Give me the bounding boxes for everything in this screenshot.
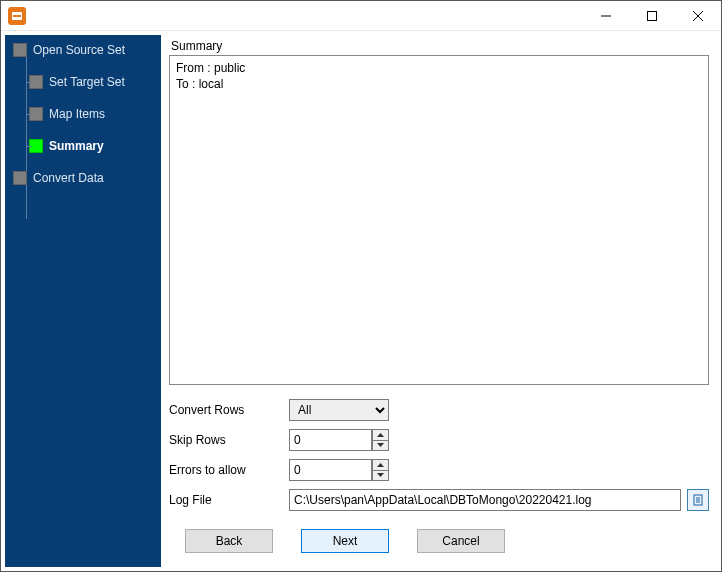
skip-rows-input[interactable]	[289, 429, 372, 451]
step-open-source-set[interactable]: Open Source Set	[13, 41, 161, 59]
app-window: Open Source Set Set Target Set Map Items…	[0, 0, 722, 572]
summary-textbox[interactable]: From : public To : local	[169, 55, 709, 385]
close-button[interactable]	[675, 1, 721, 31]
wizard-sidebar: Open Source Set Set Target Set Map Items…	[5, 35, 161, 567]
spin-down-icon[interactable]	[372, 440, 389, 452]
step-box-icon	[13, 171, 27, 185]
step-summary[interactable]: Summary	[29, 137, 161, 155]
svg-marker-6	[377, 463, 384, 467]
document-icon	[692, 494, 704, 506]
svg-marker-7	[377, 473, 384, 477]
step-map-items[interactable]: Map Items	[29, 105, 161, 123]
svg-rect-1	[648, 11, 657, 20]
window-body: Open Source Set Set Target Set Map Items…	[1, 31, 721, 571]
maximize-button[interactable]	[629, 1, 675, 31]
convert-rows-select[interactable]: All	[289, 399, 389, 421]
step-convert-data[interactable]: Convert Data	[13, 169, 161, 187]
spin-up-icon[interactable]	[372, 459, 389, 470]
wizard-buttons: Back Next Cancel	[169, 519, 709, 563]
errors-spinner[interactable]	[289, 459, 389, 481]
step-label: Set Target Set	[49, 75, 125, 89]
tree-line	[26, 55, 27, 219]
summary-group-label: Summary	[169, 39, 709, 53]
back-button[interactable]: Back	[185, 529, 273, 553]
errors-input[interactable]	[289, 459, 372, 481]
skip-rows-label: Skip Rows	[169, 433, 289, 447]
step-set-target-set[interactable]: Set Target Set	[29, 73, 161, 91]
cancel-button[interactable]: Cancel	[417, 529, 505, 553]
step-label: Convert Data	[33, 171, 104, 185]
step-label: Map Items	[49, 107, 105, 121]
options-form: Convert Rows All Skip Rows	[169, 399, 709, 519]
step-box-icon	[13, 43, 27, 57]
step-label: Summary	[49, 139, 104, 153]
main-panel: Summary From : public To : local Convert…	[161, 35, 717, 567]
row-errors-to-allow: Errors to allow	[169, 459, 709, 481]
step-label: Open Source Set	[33, 43, 125, 57]
errors-label: Errors to allow	[169, 463, 289, 477]
row-convert-rows: Convert Rows All	[169, 399, 709, 421]
spin-up-icon[interactable]	[372, 429, 389, 440]
row-log-file: Log File	[169, 489, 709, 511]
svg-marker-5	[377, 443, 384, 447]
convert-rows-label: Convert Rows	[169, 403, 289, 417]
minimize-button[interactable]	[583, 1, 629, 31]
browse-log-file-button[interactable]	[687, 489, 709, 511]
spin-down-icon[interactable]	[372, 470, 389, 482]
skip-rows-spinner[interactable]	[289, 429, 389, 451]
svg-marker-4	[377, 433, 384, 437]
row-skip-rows: Skip Rows	[169, 429, 709, 451]
next-button[interactable]: Next	[301, 529, 389, 553]
app-icon	[8, 7, 26, 25]
log-file-label: Log File	[169, 493, 289, 507]
log-file-input[interactable]	[289, 489, 681, 511]
titlebar	[1, 1, 721, 31]
